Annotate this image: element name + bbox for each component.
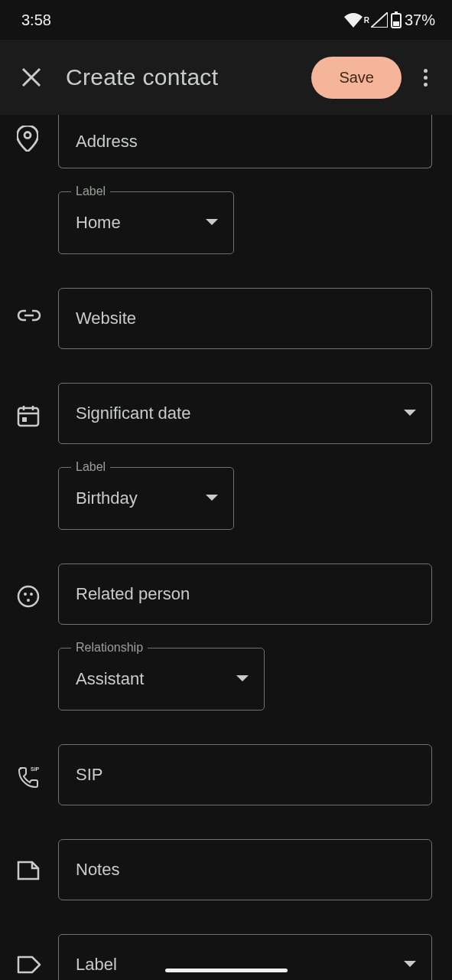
label-placeholder: Label bbox=[76, 955, 117, 975]
website-input[interactable]: Website bbox=[58, 288, 432, 349]
svg-rect-2 bbox=[393, 21, 399, 26]
relationship-value: Assistant bbox=[76, 669, 144, 689]
save-button[interactable]: Save bbox=[311, 57, 402, 99]
svg-rect-11 bbox=[22, 417, 27, 422]
relationship-dropdown[interactable]: Relationship Assistant bbox=[58, 648, 265, 710]
address-input[interactable]: Address bbox=[58, 115, 432, 168]
notes-placeholder: Notes bbox=[76, 860, 119, 880]
form: Address Label Home Website bbox=[0, 115, 452, 980]
svg-point-5 bbox=[24, 132, 31, 139]
link-icon bbox=[17, 309, 41, 322]
date-label-dropdown[interactable]: Label Birthday bbox=[58, 467, 234, 530]
app-bar: Create contact Save bbox=[0, 40, 452, 115]
sip-input[interactable]: SIP bbox=[58, 744, 432, 805]
chevron-down-icon bbox=[404, 961, 416, 969]
close-icon[interactable] bbox=[20, 66, 43, 89]
date-label-value: Birthday bbox=[76, 488, 138, 508]
address-placeholder: Address bbox=[76, 132, 138, 152]
signal-icon bbox=[371, 12, 388, 28]
svg-text:SIP: SIP bbox=[31, 766, 40, 772]
sip-placeholder: SIP bbox=[76, 765, 102, 785]
battery-percent: 37% bbox=[405, 11, 435, 29]
location-icon bbox=[17, 126, 38, 152]
roaming-indicator: R bbox=[364, 16, 369, 24]
wifi-icon bbox=[344, 12, 363, 28]
page-title: Create contact bbox=[66, 64, 311, 90]
calendar-icon bbox=[17, 404, 40, 427]
svg-rect-1 bbox=[395, 11, 398, 14]
label-icon bbox=[17, 956, 41, 974]
notes-input[interactable]: Notes bbox=[58, 839, 432, 900]
address-label-value: Home bbox=[76, 213, 121, 233]
related-person-placeholder: Related person bbox=[76, 584, 190, 604]
address-label-dropdown[interactable]: Label Home bbox=[58, 191, 234, 254]
label-dropdown[interactable]: Label bbox=[58, 934, 432, 980]
more-options-button[interactable] bbox=[409, 61, 441, 93]
svg-point-14 bbox=[30, 593, 33, 596]
svg-point-12 bbox=[18, 586, 38, 606]
status-right: R 37% bbox=[344, 11, 435, 29]
status-bar: 3:58 R 37% bbox=[0, 0, 452, 40]
chevron-down-icon bbox=[206, 219, 218, 227]
svg-point-15 bbox=[27, 599, 30, 602]
related-person-input[interactable]: Related person bbox=[58, 564, 432, 625]
significant-date-placeholder: Significant date bbox=[76, 403, 190, 423]
sip-phone-icon: SIP bbox=[17, 766, 41, 789]
svg-rect-7 bbox=[18, 408, 38, 426]
related-person-icon bbox=[17, 585, 40, 608]
chevron-down-icon bbox=[206, 495, 218, 502]
significant-date-input[interactable]: Significant date bbox=[58, 383, 432, 444]
battery-icon bbox=[391, 11, 402, 28]
svg-point-13 bbox=[24, 593, 27, 596]
status-time: 3:58 bbox=[21, 11, 51, 29]
date-label-caption: Label bbox=[71, 460, 110, 474]
chevron-down-icon bbox=[236, 675, 249, 683]
relationship-caption: Relationship bbox=[71, 641, 148, 655]
navigation-handle[interactable] bbox=[165, 969, 288, 972]
website-placeholder: Website bbox=[76, 309, 136, 328]
chevron-down-icon bbox=[404, 410, 416, 417]
address-label-caption: Label bbox=[71, 185, 110, 198]
notes-icon bbox=[17, 861, 40, 880]
